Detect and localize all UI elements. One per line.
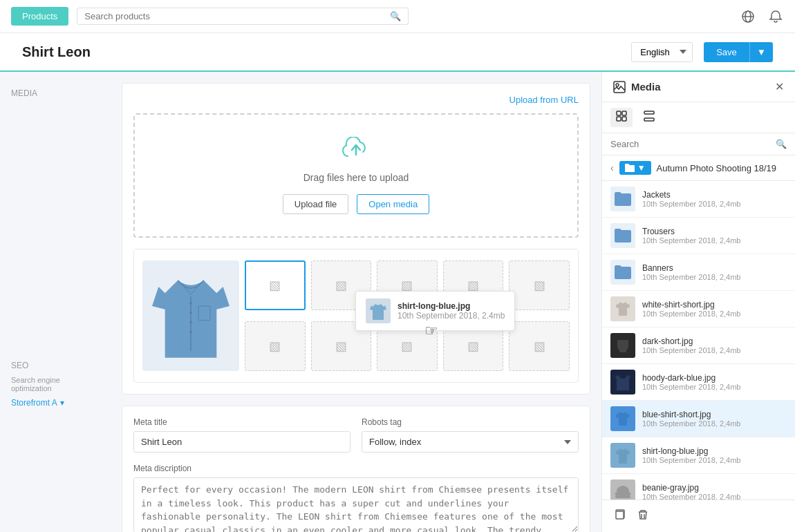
seo-sublabel: Search engine optimization — [11, 376, 100, 392]
file-thumb-beanie-gray — [610, 479, 635, 500]
thumb-slot-5[interactable]: ▧ — [509, 260, 570, 310]
tooltip-info: shirt-long-blue.jpg 10th September 2018,… — [398, 301, 505, 321]
top-nav: Products 🔍 — [0, 0, 795, 33]
panel-title: Media — [631, 81, 769, 93]
file-name-white-shirt: white-shirt-short.jpg — [642, 300, 787, 310]
file-item-beanie-gray[interactable]: beanie-gray.jpg 10th September 2018, 2,4… — [602, 474, 795, 500]
drop-zone[interactable]: Drag files here to upload Upload file Op… — [133, 113, 579, 238]
image-placeholder-icon: ▧ — [534, 339, 545, 354]
file-name-shirt-long-blue: shirt-long-blue.jpg — [642, 446, 787, 456]
tooltip-filename: shirt-long-blue.jpg — [398, 301, 505, 311]
tooltip-thumbnail — [366, 298, 391, 323]
upload-from-url-link[interactable]: Upload from URL — [133, 95, 579, 105]
folder-item-jackets[interactable]: Jackets 10th September 2018, 2,4mb — [602, 181, 795, 218]
media-label: Media — [11, 88, 100, 98]
tooltip-meta: 10th September 2018, 2.4mb — [398, 311, 505, 321]
thumb-slot-10[interactable]: ▧ — [509, 321, 570, 371]
file-thumb-white-shirt — [610, 296, 635, 321]
svg-rect-9 — [614, 82, 625, 93]
globe-icon[interactable] — [740, 8, 756, 25]
main-product-image[interactable] — [142, 260, 239, 371]
file-item-dark-short[interactable]: dark-short.jpg 10th September 2018, 2,4m… — [602, 327, 795, 364]
folder-dropdown-button[interactable]: ▼ — [619, 161, 651, 175]
folder-meta-jackets: 10th September 2018, 2,4mb — [642, 200, 787, 208]
svg-rect-11 — [617, 111, 621, 115]
search-bar: 🔍 — [77, 8, 409, 25]
content-area: Upload from URL Drag files here to uploa… — [111, 72, 601, 532]
save-dropdown-button[interactable]: ▼ — [749, 42, 773, 62]
svg-rect-12 — [622, 111, 626, 115]
file-meta-beanie-gray: 10th September 2018, 2,4mb — [642, 493, 787, 500]
meta-title-input[interactable] — [133, 431, 350, 453]
svg-point-6 — [189, 321, 192, 323]
thumb-slot-1[interactable]: ▧ — [245, 260, 306, 310]
file-meta-blue-shirt-short: 10th September 2018, 2,4mb — [642, 419, 787, 428]
file-info-dark-short: dark-short.jpg 10th September 2018, 2,4m… — [642, 336, 787, 354]
file-name-blue-shirt-short: blue-shirt-short.jpg — [642, 410, 787, 419]
grid-view-icon[interactable] — [610, 108, 633, 127]
storefront-link[interactable]: Storefromt A ▾ — [11, 398, 100, 408]
file-meta-shirt-long-blue: 10th September 2018, 2,4mb — [642, 456, 787, 464]
thumb-slot-6[interactable]: ▧ — [245, 321, 306, 371]
svg-rect-16 — [644, 118, 654, 121]
panel-search-input[interactable] — [610, 139, 770, 149]
file-meta-white-shirt: 10th September 2018, 2,4mb — [642, 310, 787, 318]
search-input[interactable] — [84, 11, 390, 21]
folder-item-trousers[interactable]: Trousers 10th September 2018, 2,4mb — [602, 218, 795, 254]
sub-header: Shirt Leon English German French Save ▼ — [0, 33, 795, 72]
copy-icon[interactable] — [610, 506, 628, 526]
file-item-white-shirt[interactable]: white-shirt-short.jpg 10th September 201… — [602, 291, 795, 327]
image-placeholder-icon: ▧ — [269, 339, 281, 354]
folder-item-banners[interactable]: Banners 10th September 2018, 2,4mb — [602, 254, 795, 291]
file-item-blue-shirt-short[interactable]: blue-shirt-short.jpg 10th September 2018… — [602, 401, 795, 437]
panel-bottom-icons — [602, 500, 795, 532]
media-section: Upload from URL Drag files here to uploa… — [122, 83, 590, 395]
save-button[interactable]: Save — [704, 42, 749, 62]
cursor-hand-icon: ☞ — [424, 322, 438, 340]
image-placeholder-icon: ▧ — [269, 278, 281, 293]
folder-icon-banners — [610, 260, 635, 285]
panel-search-icon: 🔍 — [776, 139, 787, 149]
save-group: Save ▼ — [704, 42, 773, 62]
media-panel-icon — [613, 81, 626, 93]
folder-info-jackets: Jackets 10th September 2018, 2,4mb — [642, 190, 787, 208]
file-name-dark-short: dark-short.jpg — [642, 336, 787, 346]
list-view-icon[interactable] — [638, 108, 660, 127]
close-icon[interactable]: ✕ — [775, 80, 784, 93]
meta-desc-textarea[interactable] — [133, 477, 579, 532]
folder-name-trousers: Trousers — [642, 227, 787, 236]
main-layout: Media SEO Search engine optimization Sto… — [0, 72, 795, 532]
products-button[interactable]: Products — [11, 7, 68, 26]
file-item-hoody-dark-blue[interactable]: hoody-dark-blue.jpg 10th September 2018,… — [602, 364, 795, 401]
back-arrow-icon[interactable]: ‹ — [610, 162, 614, 173]
search-icon: 🔍 — [390, 11, 401, 21]
file-info-hoody-dark-blue: hoody-dark-blue.jpg 10th September 2018,… — [642, 373, 787, 391]
image-placeholder-icon: ▧ — [467, 339, 479, 354]
seo-sidebar-section: SEO Search engine optimization Storefrom… — [11, 361, 100, 408]
nav-icons — [740, 8, 784, 25]
drop-zone-buttons: Upload file Open media — [157, 194, 555, 214]
folder-meta-trousers: 10th September 2018, 2,4mb — [642, 236, 787, 245]
file-thumb-blue-shirt-short — [610, 406, 635, 431]
svg-rect-15 — [644, 111, 654, 114]
file-thumb-shirt-long-blue — [610, 443, 635, 468]
file-list: Jackets 10th September 2018, 2,4mb Trous… — [602, 181, 795, 500]
language-select[interactable]: English German French — [631, 42, 693, 62]
file-item-shirt-long-blue[interactable]: shirt-long-blue.jpg 10th September 2018,… — [602, 437, 795, 474]
svg-point-7 — [189, 330, 192, 333]
bell-icon[interactable] — [767, 8, 784, 25]
image-placeholder-icon: ▧ — [401, 339, 413, 354]
delete-icon[interactable] — [634, 506, 652, 526]
upload-file-button[interactable]: Upload file — [283, 194, 348, 214]
robots-tag-group: Robots tag Follow, index Follow, noindex… — [362, 417, 579, 453]
file-meta-hoody-dark-blue: 10th September 2018, 2,4mb — [642, 383, 787, 391]
folder-info-banners: Banners 10th September 2018, 2,4mb — [642, 263, 787, 281]
file-info-shirt-long-blue: shirt-long-blue.jpg 10th September 2018,… — [642, 446, 787, 464]
robots-tag-select[interactable]: Follow, index Follow, noindex Nofollow, … — [362, 431, 579, 453]
svg-point-10 — [616, 84, 619, 86]
folder-meta-banners: 10th September 2018, 2,4mb — [642, 273, 787, 281]
file-info-blue-shirt-short: blue-shirt-short.jpg 10th September 2018… — [642, 410, 787, 428]
file-thumb-hoody-dark-blue — [610, 370, 635, 395]
open-media-button[interactable]: Open media — [357, 194, 429, 214]
image-placeholder-icon: ▧ — [335, 278, 347, 293]
